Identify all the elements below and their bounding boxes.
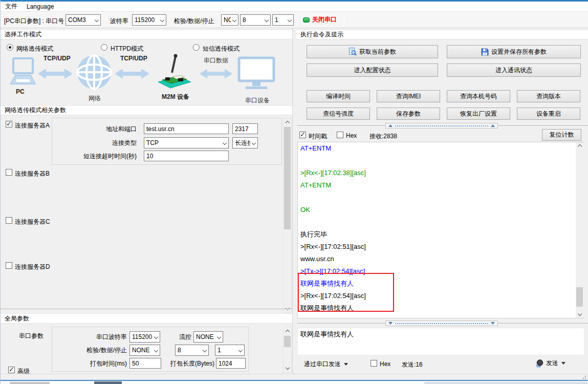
flow-control-select[interactable]: NONE bbox=[193, 331, 223, 343]
collapse-splitter-handle[interactable] bbox=[385, 321, 498, 326]
chevron-down-icon bbox=[203, 348, 207, 352]
menu-language[interactable]: Language bbox=[22, 2, 58, 11]
chevron-down-icon bbox=[217, 335, 221, 339]
close-serial-button[interactable]: 关闭串口 bbox=[300, 14, 339, 26]
radio-icon bbox=[193, 44, 200, 51]
query-signal-strength-button[interactable]: 查信号强度 bbox=[307, 108, 370, 120]
addr-port-label: 地址和端口 bbox=[62, 125, 137, 134]
log-line: AT+ENTM bbox=[298, 179, 584, 191]
com-port-select[interactable]: COM3 bbox=[66, 14, 101, 26]
scrollbar-thumb[interactable] bbox=[284, 127, 291, 229]
short-conn-timeout-label: 短连接超时时间(秒) bbox=[62, 152, 137, 161]
compile-time-button[interactable]: 编译时间 bbox=[307, 90, 370, 102]
flow-control-label: 流控 bbox=[169, 333, 191, 342]
collapse-splitter-handle[interactable] bbox=[385, 123, 498, 129]
scroll-up-icon[interactable] bbox=[578, 144, 582, 148]
send-via-serial-dropdown[interactable]: 通过串口发送 bbox=[301, 358, 351, 370]
scroll-down-icon[interactable] bbox=[286, 366, 290, 370]
send-disc-icon bbox=[535, 359, 543, 368]
save-all-params-button[interactable]: 设置并保存所有参数 bbox=[447, 45, 581, 58]
conn-type-select[interactable]: TCP bbox=[144, 137, 229, 148]
send-input[interactable]: 联网是事情找有人 bbox=[297, 328, 584, 355]
receive-hex-label: Hex bbox=[346, 132, 357, 139]
global-params-scrollbar[interactable] bbox=[283, 327, 292, 373]
server-a-port-input[interactable] bbox=[232, 123, 258, 134]
enter-config-state-button[interactable]: 进入配置状态 bbox=[307, 63, 438, 77]
chevron-down-icon bbox=[232, 18, 236, 22]
pack-len-label: 打包长度(Bytes) bbox=[166, 359, 214, 368]
server-a-checkbox[interactable] bbox=[6, 121, 12, 129]
splitter-dots bbox=[395, 125, 488, 126]
server-c-checkbox[interactable] bbox=[6, 217, 12, 225]
global-params-groupbox: 串口波特率 115200 流控 NONE 检验/数据/停止 NONE 8 1 打… bbox=[52, 327, 249, 372]
command-panel-header: 执行命令及提示 bbox=[296, 30, 588, 39]
radio-httpd-mode-label: HTTPD模式 bbox=[111, 45, 143, 53]
baud-select[interactable]: 115200 bbox=[132, 14, 166, 26]
network-globe-icon bbox=[76, 54, 112, 92]
vertical-splitter[interactable] bbox=[292, 29, 296, 374]
log-line: www.usr.cn bbox=[298, 253, 584, 265]
stopbits-select[interactable]: 1 bbox=[272, 14, 294, 26]
receive-hex-checkbox[interactable] bbox=[337, 132, 343, 140]
query-imei-button[interactable]: 查询IMEI bbox=[377, 90, 440, 102]
log-line: OK bbox=[298, 204, 584, 216]
conn-mode-select[interactable]: 长连接 bbox=[232, 137, 258, 148]
net-params-header: 网络透传模式相关参数 bbox=[1, 105, 292, 115]
send-hex-checkbox[interactable] bbox=[371, 360, 377, 368]
server-a-address-input[interactable] bbox=[144, 123, 229, 134]
send-button[interactable]: 发送 bbox=[533, 357, 568, 369]
radio-sms-passthrough-label: 短信透传模式 bbox=[203, 45, 239, 53]
chevron-down-icon bbox=[238, 348, 243, 352]
global-databits-select[interactable]: 8 bbox=[175, 345, 209, 356]
receive-log[interactable]: AT+ENTM >[Rx<-][17:02:38][asc]AT+ENTM OK… bbox=[297, 142, 584, 318]
get-current-params-button[interactable]: 获取当前参数 bbox=[307, 45, 438, 58]
short-conn-timeout-input[interactable] bbox=[144, 151, 229, 161]
server-a-groupbox: 地址和端口 连接类型 TCP 长连接 短连接超时时间(秒) bbox=[52, 118, 282, 165]
serial-baud-select[interactable]: 115200 bbox=[129, 331, 160, 343]
diagram-network-label: 网络 bbox=[89, 94, 101, 103]
enter-comm-state-button[interactable]: 进入通讯状态 bbox=[447, 63, 581, 77]
radio-net-passthrough[interactable] bbox=[7, 44, 13, 52]
menu-bar: 文件 Language bbox=[1, 2, 588, 12]
log-line: >[Tx->][17:02:54][asc] bbox=[298, 265, 584, 278]
log-scrollbar[interactable] bbox=[576, 142, 584, 318]
global-parity-select[interactable]: NONE bbox=[129, 345, 160, 356]
serial-device-monitor-icon bbox=[237, 56, 276, 94]
chevron-down-icon bbox=[95, 18, 99, 22]
radio-httpd-mode[interactable] bbox=[101, 44, 107, 52]
resize-grip-icon[interactable] bbox=[585, 376, 586, 377]
scroll-down-icon[interactable] bbox=[286, 306, 290, 310]
diagram-link3-label: 串口数据 bbox=[204, 56, 228, 65]
radio-icon bbox=[101, 44, 107, 51]
device-restart-button[interactable]: 设备重启 bbox=[517, 108, 580, 120]
net-params-scrollbar[interactable] bbox=[283, 118, 292, 313]
databits-select[interactable]: 8 bbox=[240, 14, 271, 26]
global-parity-label: 检验/数据/停止 bbox=[62, 346, 127, 355]
query-phone-number-button[interactable]: 查询本机号码 bbox=[447, 90, 510, 102]
server-b-checkbox[interactable] bbox=[6, 169, 12, 177]
query-version-button[interactable]: 查询版本 bbox=[517, 90, 580, 102]
left-right-arrow-icon bbox=[37, 67, 73, 82]
timestamp-checkbox[interactable] bbox=[299, 132, 306, 140]
collapse-down-icon bbox=[491, 322, 495, 325]
reset-counter-button[interactable]: 复位计数 bbox=[542, 129, 581, 141]
caret-down-icon bbox=[344, 363, 348, 368]
server-d-checkbox[interactable] bbox=[6, 262, 12, 270]
scrollbar-thumb[interactable] bbox=[284, 336, 291, 347]
scroll-up-icon[interactable] bbox=[286, 121, 290, 125]
pack-time-input[interactable] bbox=[129, 358, 161, 369]
scroll-down-icon[interactable] bbox=[578, 312, 582, 316]
save-params-button[interactable]: 保存参数 bbox=[377, 108, 440, 120]
global-params-header: 全局参数 bbox=[1, 313, 292, 324]
parity-select[interactable]: NONI bbox=[221, 14, 238, 26]
pack-len-input[interactable] bbox=[216, 358, 246, 369]
log-line: 执行完毕 bbox=[298, 228, 584, 241]
diagram-link2-label: TCP/UDP bbox=[120, 55, 147, 62]
factory-reset-button[interactable]: 恢复出厂设置 bbox=[447, 108, 510, 120]
scroll-up-icon[interactable] bbox=[286, 330, 290, 334]
global-stopbits-select[interactable]: 1 bbox=[215, 345, 245, 356]
menu-file[interactable]: 文件 bbox=[1, 1, 22, 12]
radio-sms-passthrough[interactable] bbox=[193, 44, 200, 52]
scrollbar-thumb[interactable] bbox=[576, 287, 583, 307]
server-d-label: 连接服务器D bbox=[15, 263, 50, 271]
